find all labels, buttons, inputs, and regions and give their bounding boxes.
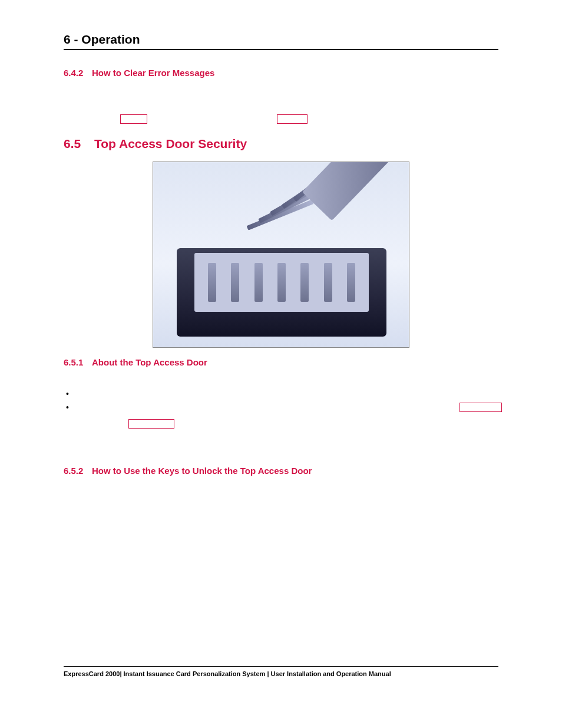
body-paragraph <box>64 438 498 460</box>
page-footer: ExpressCard 2000| Instant Issuance Card … <box>64 666 498 677</box>
reference-row <box>64 419 498 432</box>
heading-number: 6.4.2 <box>64 68 92 78</box>
heading-number: 6.5 <box>64 137 94 151</box>
heading-6-5: 6.5 Top Access Door Security <box>64 137 498 151</box>
heading-6-5-2: 6.5.2 How to Use the Keys to Unlock the … <box>64 466 498 476</box>
bullet-list: placeholder line of text that stretches … <box>64 388 498 413</box>
heading-text: How to Clear Error Messages <box>92 68 214 78</box>
cross-reference-box <box>120 114 147 124</box>
printer-top-access-figure <box>153 162 409 348</box>
heading-number: 6.5.1 <box>64 357 92 367</box>
page-number: 48 <box>488 681 496 689</box>
heading-text: Top Access Door Security <box>94 137 247 151</box>
document-page: 6 - Operation 6.4.2 How to Clear Error M… <box>0 0 562 728</box>
list-item <box>78 388 498 400</box>
cross-reference-box <box>277 114 308 124</box>
heading-6-5-1: 6.5.1 About the Top Access Door <box>64 357 498 367</box>
body-paragraph <box>64 375 498 384</box>
reference-row <box>64 114 498 126</box>
chapter-title: 6 - Operation <box>64 32 498 50</box>
cross-reference-box <box>128 419 174 429</box>
list-item: placeholder line of text that stretches … <box>78 401 498 413</box>
heading-text: About the Top Access Door <box>92 357 207 367</box>
figure-container <box>64 162 498 348</box>
heading-number: 6.5.2 <box>64 466 92 476</box>
body-paragraph <box>64 86 498 108</box>
cross-reference-box <box>459 403 502 412</box>
heading-6-4-2: 6.4.2 How to Clear Error Messages <box>64 68 498 78</box>
heading-text: How to Use the Keys to Unlock the Top Ac… <box>92 466 312 476</box>
